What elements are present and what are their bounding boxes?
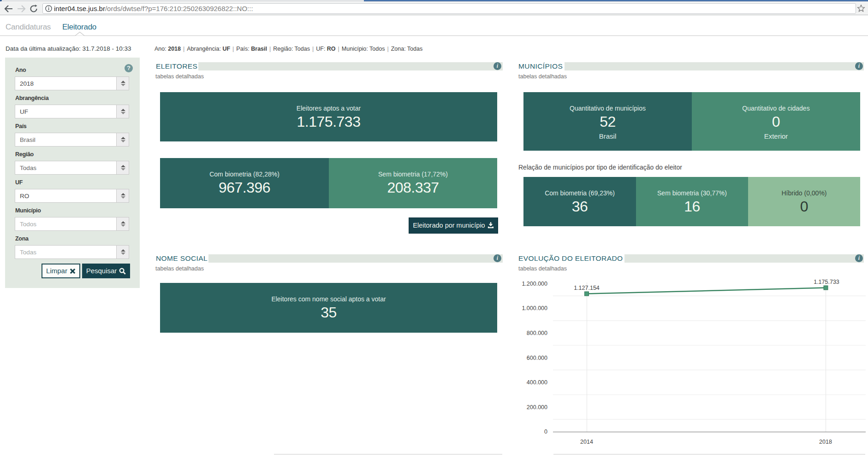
svg-text:1.175.733: 1.175.733 bbox=[814, 279, 839, 285]
svg-text:1.000.000: 1.000.000 bbox=[522, 305, 547, 311]
svg-text:1.200.000: 1.200.000 bbox=[522, 281, 547, 287]
svg-text:0: 0 bbox=[544, 429, 547, 435]
svg-text:800.000: 800.000 bbox=[527, 330, 547, 336]
svg-text:200.000: 200.000 bbox=[527, 404, 547, 411]
svg-text:2014: 2014 bbox=[580, 439, 593, 445]
svg-text:2018: 2018 bbox=[819, 439, 832, 445]
svg-text:600.000: 600.000 bbox=[527, 355, 547, 361]
svg-text:1.127.154: 1.127.154 bbox=[574, 285, 600, 291]
svg-text:400.000: 400.000 bbox=[527, 379, 547, 386]
